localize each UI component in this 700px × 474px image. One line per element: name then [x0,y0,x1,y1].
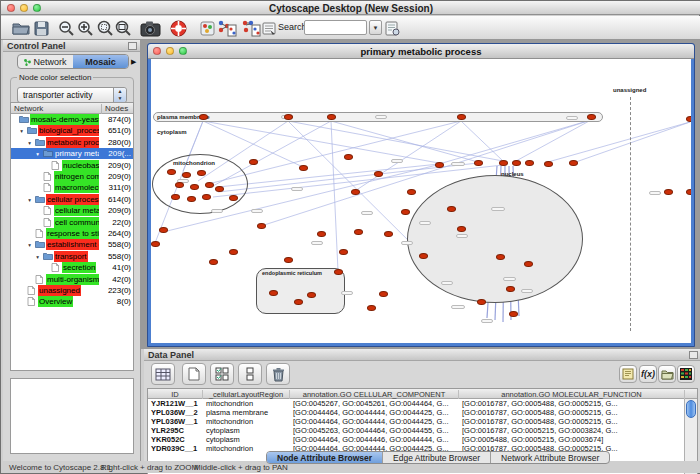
network-node[interactable] [327,114,336,120]
tab-mosaic[interactable]: Mosaic [73,55,128,68]
network-node[interactable] [374,171,383,177]
expand-arrow-icon[interactable]: ▾ [28,242,31,248]
tree-row[interactable]: macromolecule311(0) [11,182,133,193]
network-node[interactable] [407,189,416,195]
network-node[interactable] [307,292,316,298]
network-node[interactable] [187,196,196,202]
network-node[interactable] [435,162,444,168]
network-node[interactable] [175,182,184,188]
table-cell[interactable]: YDR039C__1 [148,444,203,453]
tree-row[interactable]: ▾biological_process651(0) [11,125,133,136]
float-data-panel-icon[interactable] [689,351,698,359]
heatmap-icon[interactable] [677,365,695,383]
tree-row[interactable]: response to stimulu264(0) [11,228,133,239]
network-node[interactable] [199,114,208,120]
network-node[interactable] [171,194,180,200]
table-cell[interactable]: [GO:0045267, GO:0045261, GO:0044464, G..… [290,399,459,408]
tree-row[interactable]: ▾cellular process614(0) [11,194,133,205]
tree-row[interactable]: unassigned223(0) [11,285,133,296]
network-node[interactable] [151,241,160,247]
vizmapper-icon[interactable] [200,18,215,38]
table-cell[interactable]: [GO:0045263, GO:0044464, GO:0044455, G..… [290,426,459,435]
network-node[interactable] [269,290,278,296]
network-node[interactable] [686,189,691,195]
table-cell[interactable]: [GO:0044464, GO:0044444, GO:0044425, G..… [290,417,459,426]
table-cell[interactable]: cytoplasm [203,426,290,435]
tab-overflow-arrow-icon[interactable]: ▶ [131,58,136,66]
network-node[interactable] [367,305,376,311]
network-node[interactable] [525,160,534,166]
table-cell[interactable]: [GO:0016787, GO:0005488, GO:0005215, G..… [459,417,685,426]
network-node[interactable] [229,249,238,255]
table-cell[interactable]: YJR121W__1 [148,399,203,408]
attribute-matrix-icon[interactable] [151,363,175,385]
network-node[interactable] [197,170,206,176]
network-node[interactable] [182,172,191,178]
expand-arrow-icon[interactable]: ▾ [36,253,39,259]
network-node[interactable] [284,114,293,120]
network-node[interactable] [401,209,410,215]
new-attribute-icon[interactable] [182,363,206,385]
table-cell[interactable]: YKR052C [148,435,203,444]
network-node[interactable] [447,206,456,212]
table-cell[interactable]: [GO:0044464, GO:0044444, GO:0044425, G..… [290,408,459,417]
tab-network-attribute-browser[interactable]: Network Attribute Browser [491,452,609,463]
network-node[interactable] [351,189,360,195]
expand-arrow-icon[interactable]: ▾ [28,196,31,202]
table-cell[interactable]: YPL036W__2 [148,408,203,417]
network-node[interactable] [334,269,343,275]
expand-arrow-icon[interactable]: ▾ [36,151,39,157]
network-node[interactable] [587,114,596,120]
tree-row[interactable]: nitrogen compo209(0) [11,171,133,182]
network-node[interactable] [524,261,533,267]
network-node[interactable] [205,182,214,188]
column-header[interactable]: annotation.GO CELLULAR_COMPONENT [290,390,459,399]
network-node[interactable] [159,227,168,233]
network-node[interactable] [544,161,553,167]
table-cell[interactable]: mitochondrion [203,399,290,408]
network-node[interactable] [229,195,238,201]
network-node[interactable] [384,231,393,237]
scrollbar-thumb[interactable] [686,400,696,418]
table-cell[interactable]: [GO:0016787, GO:0005488, GO:0005215, G..… [459,408,685,417]
new-network-from-selected-edges-icon[interactable] [241,18,261,38]
network-node[interactable] [299,165,308,171]
open-session-icon[interactable] [12,18,30,38]
table-row[interactable]: YKR052Ccytoplasm[GO:0044464, GO:0044446,… [148,435,685,444]
annotation-tool-icon[interactable] [262,18,277,38]
network-node[interactable] [512,160,521,166]
tab-node-attribute-browser[interactable]: Node Attribute Browser [267,452,383,463]
tree-row[interactable]: ▾metabolic process280(0) [11,137,133,148]
search-input[interactable] [304,20,367,35]
column-header[interactable]: _cellularLayoutRegion [203,390,290,399]
column-header[interactable]: annotation.GO MOLECULAR_FUNCTION [459,390,685,399]
search-config-icon[interactable] [385,18,400,38]
network-node[interactable] [249,159,258,165]
network-node[interactable] [344,154,353,160]
tree-row[interactable]: ▾transport558(0) [11,251,133,262]
column-header[interactable]: ID [148,390,203,399]
network-node[interactable] [499,160,508,166]
network-node[interactable] [339,249,348,255]
network-window-titlebar[interactable]: primary metabolic process [148,44,694,59]
table-cell[interactable]: YLR295C [148,426,203,435]
save-session-icon[interactable] [34,18,49,38]
network-node[interactable] [354,229,363,235]
table-cell[interactable]: [GO:0044464, GO:0044446, GO:0044444, G..… [290,435,459,444]
node-color-dropdown[interactable]: transporter activity ▲▼ [17,87,127,103]
birds-eye-view[interactable] [10,378,134,454]
import-attributes-icon[interactable] [658,365,676,383]
network-node[interactable] [477,299,486,305]
tab-network[interactable]: Network [18,55,73,68]
tree-header-network[interactable]: Network [14,104,43,113]
zoom-out-icon[interactable] [58,18,75,38]
search-options-dropdown[interactable]: ▼ [369,20,382,35]
delete-attribute-trash-icon[interactable] [266,363,290,385]
table-cell[interactable]: mitochondrion [203,417,290,426]
network-node[interactable] [457,226,466,232]
network-node[interactable] [167,169,176,175]
tree-row[interactable]: ▾primary metabolic209(... [11,148,133,159]
tree-row[interactable]: mosaic-demo-yeast874(0) [11,114,133,125]
attribute-notes-icon[interactable] [619,365,637,383]
network-node[interactable] [474,160,483,166]
